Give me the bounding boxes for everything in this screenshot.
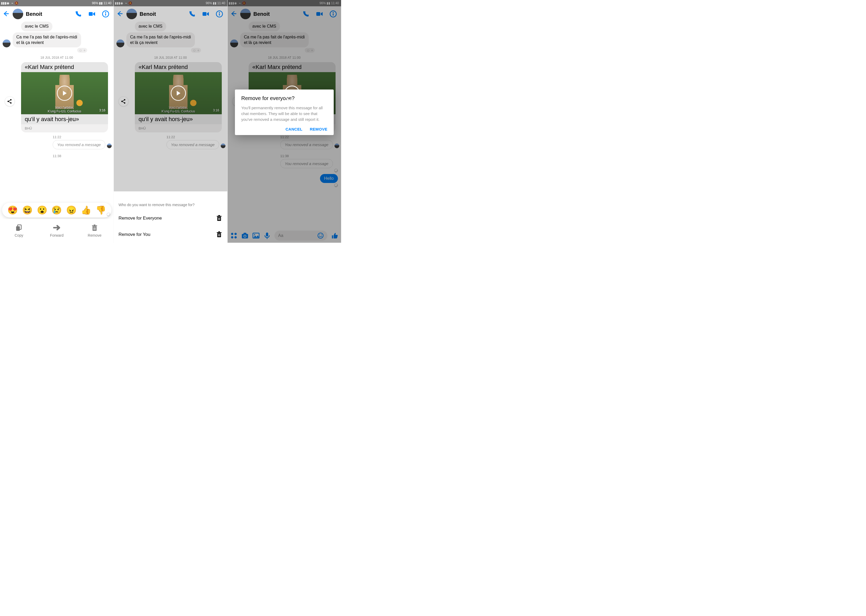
reactions-bar: 😍 😆 😮 😢 😠 👍 👎 xyxy=(2,203,112,217)
removed-message[interactable]: You removed a message xyxy=(53,140,105,149)
back-button[interactable] xyxy=(2,10,10,18)
action-forward[interactable]: Forward xyxy=(38,219,76,243)
video-caption-l1: Voici l'arbitre, xyxy=(21,106,108,110)
trash-icon xyxy=(216,215,222,222)
clock: 11:40 xyxy=(104,1,112,5)
msg-time: 11:22 xyxy=(0,135,113,139)
remove-you-label: Remove for You xyxy=(118,232,150,237)
cancel-button[interactable]: CANCEL xyxy=(285,127,302,131)
reaction-thumbs-down[interactable]: 👎 xyxy=(96,205,106,215)
remove-sheet: Who do you want to remove this message f… xyxy=(114,198,227,243)
reaction-wow[interactable]: 😮 xyxy=(37,205,47,215)
reaction-love[interactable]: 😍 xyxy=(7,205,18,215)
action-copy-label: Copy xyxy=(14,233,23,237)
confirm-dialog: Remove for everyone? You'll permanently … xyxy=(235,90,334,135)
video-call-button[interactable] xyxy=(88,10,96,17)
dialog-body: You'll permanently remove this message f… xyxy=(241,105,328,122)
screen-2-sheet: ▮▮▮◉⌁🔕 96%▮▮11:40 Benoit avec le CMS Ca … xyxy=(114,0,228,243)
dnd-icon: 🔕 xyxy=(15,2,18,5)
play-icon[interactable] xyxy=(57,86,72,101)
wifi-icon: ◉ xyxy=(6,2,9,5)
card-title-bottom: qu'il y avait hors-jeu» 3:16 xyxy=(21,114,108,124)
video-caption-l2: K'ung Fu-tzŭ, Confucius xyxy=(21,110,108,113)
bluetooth-icon: ⌁ xyxy=(11,2,14,5)
screen-3-dialog: ▮▮▮◉⌁🔕 96%▮▮11:40 Benoit avec le CMS Ca … xyxy=(228,0,341,243)
signal-icon: ▮▮▮ xyxy=(2,2,5,5)
action-forward-label: Forward xyxy=(50,233,63,237)
play-icon[interactable] xyxy=(171,86,186,101)
share-button[interactable] xyxy=(5,96,15,106)
remove-everyone-option[interactable]: Remove for Everyone xyxy=(114,210,227,226)
card-source: BHÛ xyxy=(21,124,108,132)
action-remove-label: Remove xyxy=(88,233,101,237)
battery-icon: ▮▮ xyxy=(99,2,102,5)
call-button[interactable] xyxy=(74,10,82,17)
reaction-haha[interactable]: 😆 xyxy=(22,205,33,215)
play-icon[interactable] xyxy=(285,86,300,101)
video-duration: 3:16 xyxy=(99,108,105,112)
reaction-sad[interactable]: 😢 xyxy=(51,205,62,215)
remove-button[interactable]: REMOVE xyxy=(310,127,328,131)
dim-overlay[interactable] xyxy=(114,0,227,192)
reaction-angry[interactable]: 😠 xyxy=(66,205,77,215)
screen-1-actions: ▮▮▮ ◉ ⌁ 🔕 96% ▮▮ 11:40 Benoit avec le CM… xyxy=(0,0,114,243)
message-actions-bar: Copy Forward Remove xyxy=(0,219,113,243)
message-in[interactable]: avec le CMS xyxy=(21,22,52,31)
sheet-prompt: Who do you want to remove this message f… xyxy=(114,203,227,210)
contact-name[interactable]: Benoit xyxy=(26,11,72,17)
action-remove[interactable]: Remove xyxy=(76,219,113,243)
link-card[interactable]: «Karl Marx prétend Voici l'arbitre, K'un… xyxy=(21,62,108,132)
msg-time: 11:38 xyxy=(0,154,113,158)
add-reaction-hint[interactable]: ☺ + xyxy=(0,48,113,53)
message-in[interactable]: Ca me l'a pas fait de l'après-midi et là… xyxy=(13,32,81,48)
chat-header: Benoit xyxy=(0,6,113,22)
seen-avatar xyxy=(107,143,112,148)
remove-you-option[interactable]: Remove for You xyxy=(114,226,227,243)
timestamp: 18 JUL 2018 AT 11:00 xyxy=(0,56,113,60)
info-button[interactable] xyxy=(102,10,109,17)
contact-avatar[interactable] xyxy=(13,9,23,19)
trash-icon xyxy=(216,231,222,238)
action-copy[interactable]: Copy xyxy=(0,219,38,243)
status-bar: ▮▮▮ ◉ ⌁ 🔕 96% ▮▮ 11:40 xyxy=(0,0,113,6)
card-video-thumb[interactable]: Voici l'arbitre, K'ung Fu-tzŭ, Confucius xyxy=(21,72,108,114)
reaction-thumbs-up[interactable]: 👍 xyxy=(81,205,91,215)
sender-avatar[interactable] xyxy=(3,39,11,47)
dialog-title: Remove for everyone? xyxy=(241,95,328,101)
battery-pct: 96% xyxy=(92,1,98,5)
card-title-top: «Karl Marx prétend xyxy=(21,62,108,72)
remove-everyone-label: Remove for Everyone xyxy=(118,215,162,221)
delivered-check-icon xyxy=(107,213,110,216)
